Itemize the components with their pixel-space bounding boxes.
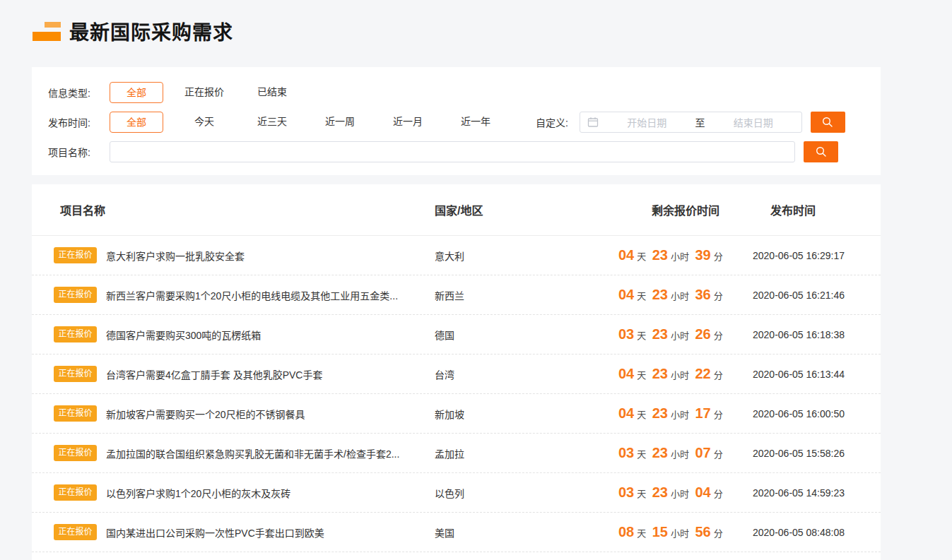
countdown-minutes: 39 [695,247,710,263]
countdown-minutes: 07 [695,445,710,460]
publish-time-option-3days[interactable]: 近三天 [245,112,299,133]
project-cell: 正在报价 以色列客户求购1个20尺小柜的灰木及灰砖 [54,484,435,501]
countdown-day-unit: 天 [637,489,646,499]
project-name-search-button[interactable] [804,141,838,162]
project-cell: 正在报价 台湾客户需要4亿盒丁腈手套 及其他乳胶PVC手套 [54,366,435,382]
publish-time-option-year[interactable]: 近一年 [449,112,503,133]
table-row[interactable]: 正在报价 德国客户需要购买300吨的瓦楞纸箱 德国 03天 23小时 26分 2… [32,315,881,355]
countdown-days: 08 [618,524,634,540]
countdown-minute-unit: 分 [714,489,723,499]
date-range-to-label: 至 [695,115,705,129]
countdown-day-unit: 天 [637,370,646,381]
publish-time-option-today[interactable]: 今天 [177,112,231,133]
countdown-hours: 23 [652,247,668,263]
project-name-input[interactable] [110,141,795,162]
countdown-hours: 23 [652,366,668,381]
custom-range-label: 自定义: [536,115,568,129]
countdown-hours: 23 [652,405,668,421]
procurement-table: 项目名称 国家/地区 剩余报价时间 发布时间 正在报价 意大利客户求购一批乳胶安… [32,184,881,560]
publish-time-option-week[interactable]: 近一周 [313,112,367,133]
countdown-days: 04 [618,247,634,263]
magnifier-icon [815,145,828,158]
publish-time-cell: 2020-06-05 16:29:17 [753,250,881,261]
countdown-minute-unit: 分 [714,330,723,341]
countdown-minute-unit: 分 [714,449,723,460]
status-badge: 正在报价 [54,287,97,303]
table-body: 正在报价 意大利客户求购一批乳胶安全套 意大利 04天 23小时 39分 202… [32,236,881,552]
status-badge: 正在报价 [54,524,97,540]
countdown-minute-unit: 分 [714,410,723,420]
countdown-days: 04 [618,405,634,421]
project-name-label: 项目名称: [48,145,110,159]
info-type-option-ended[interactable]: 已结束 [245,82,299,103]
publish-time-option-month[interactable]: 近一月 [381,112,435,133]
orange-bars-icon [33,21,61,41]
countdown-minute-unit: 分 [714,370,723,381]
start-date-placeholder[interactable]: 开始日期 [599,115,695,129]
end-date-placeholder[interactable]: 结束日期 [705,115,801,129]
countdown-hour-unit: 小时 [671,251,689,262]
info-type-label: 信息类型: [48,85,110,100]
countdown-minutes: 22 [695,366,710,381]
countdown-minutes: 56 [695,524,710,540]
countdown-hour-unit: 小时 [671,528,689,539]
filter-panel: 信息类型: 全部 正在报价 已结束 发布时间: 全部 今天 近三天 近一周 近一… [32,67,881,175]
date-range-input[interactable]: 开始日期 至 结束日期 [580,112,802,133]
countdown-hour-unit: 小时 [671,291,689,302]
project-title-link[interactable]: 孟加拉国的联合国组织紧急购买乳胶无菌和非无菌手术/检查手套2... [106,446,399,460]
header-publish-time: 发布时间 [753,201,881,218]
project-title-link[interactable]: 意大利客户求购一批乳胶安全套 [106,249,245,263]
countdown-cell: 04天 23小时 17分 [618,405,753,422]
project-cell: 正在报价 国内某进出口公司采购一次性PVC手套出口到欧美 [54,524,435,540]
info-type-row: 信息类型: 全部 正在报价 已结束 [48,82,881,103]
countdown-minute-unit: 分 [714,291,723,302]
magnifier-icon [821,116,834,129]
countdown-day-unit: 天 [637,410,646,420]
publish-time-cell: 2020-06-05 15:58:26 [753,448,881,459]
countdown-cell: 03天 23小时 07分 [618,445,753,461]
table-row[interactable]: 正在报价 意大利客户求购一批乳胶安全套 意大利 04天 23小时 39分 202… [32,236,881,275]
info-type-option-all[interactable]: 全部 [110,82,163,103]
countdown-minute-unit: 分 [714,251,723,262]
project-title-link[interactable]: 以色列客户求购1个20尺小柜的灰木及灰砖 [106,486,290,500]
countdown-hours: 23 [652,445,668,460]
table-row[interactable]: 正在报价 孟加拉国的联合国组织紧急购买乳胶无菌和非无菌手术/检查手套2... 孟… [32,434,881,473]
publish-time-option-all[interactable]: 全部 [110,112,163,133]
project-title-link[interactable]: 国内某进出口公司采购一次性PVC手套出口到欧美 [106,525,324,540]
countdown-minutes: 04 [695,484,710,500]
countdown-cell: 04天 23小时 22分 [618,366,753,382]
publish-time-cell: 2020-06-05 08:48:08 [753,527,881,538]
project-title-link[interactable]: 德国客户需要购买300吨的瓦楞纸箱 [106,328,261,342]
status-badge: 正在报价 [54,445,97,461]
country-cell: 孟加拉 [435,446,618,460]
countdown-days: 04 [618,366,634,381]
countdown-hours: 15 [652,524,668,540]
table-row[interactable]: 正在报价 国内某进出口公司采购一次性PVC手套出口到欧美 美国 08天 15小时… [32,513,881,552]
project-title-link[interactable]: 台湾客户需要4亿盒丁腈手套 及其他乳胶PVC手套 [106,367,322,381]
table-row[interactable]: 正在报价 新加坡客户需要购买一个20尺柜的不锈钢餐具 新加坡 04天 23小时 … [32,394,881,434]
date-search-button[interactable] [811,112,845,133]
countdown-days: 03 [618,445,634,460]
countdown-hours: 23 [652,287,668,302]
project-cell: 正在报价 德国客户需要购买300吨的瓦楞纸箱 [54,326,435,342]
project-cell: 正在报价 孟加拉国的联合国组织紧急购买乳胶无菌和非无菌手术/检查手套2... [54,445,435,461]
page-header: 最新国际采购需求 [33,17,233,45]
country-cell: 台湾 [435,367,618,381]
project-title-link[interactable]: 新加坡客户需要购买一个20尺柜的不锈钢餐具 [106,407,305,421]
table-row[interactable]: 正在报价 以色列客户求购1个20尺小柜的灰木及灰砖 以色列 03天 23小时 0… [32,473,881,513]
info-type-option-quoting[interactable]: 正在报价 [177,82,231,103]
country-cell: 以色列 [435,486,618,500]
countdown-hour-unit: 小时 [671,330,689,341]
countdown-cell: 03天 23小时 26分 [618,326,753,342]
countdown-minutes: 36 [695,287,710,302]
header-country: 国家/地区 [435,201,618,218]
status-badge: 正在报价 [54,247,97,263]
countdown-day-unit: 天 [637,291,646,302]
table-row[interactable]: 正在报价 台湾客户需要4亿盒丁腈手套 及其他乳胶PVC手套 台湾 04天 23小… [32,355,881,394]
table-row[interactable]: 正在报价 新西兰客户需要采购1个20尺小柜的电线电缆及其他工业用五金类... 新… [32,275,881,315]
project-title-link[interactable]: 新西兰客户需要采购1个20尺小柜的电线电缆及其他工业用五金类... [106,288,398,302]
country-cell: 意大利 [435,249,618,263]
countdown-day-unit: 天 [637,251,646,262]
countdown-minutes: 17 [695,405,710,421]
countdown-hour-unit: 小时 [671,449,689,460]
